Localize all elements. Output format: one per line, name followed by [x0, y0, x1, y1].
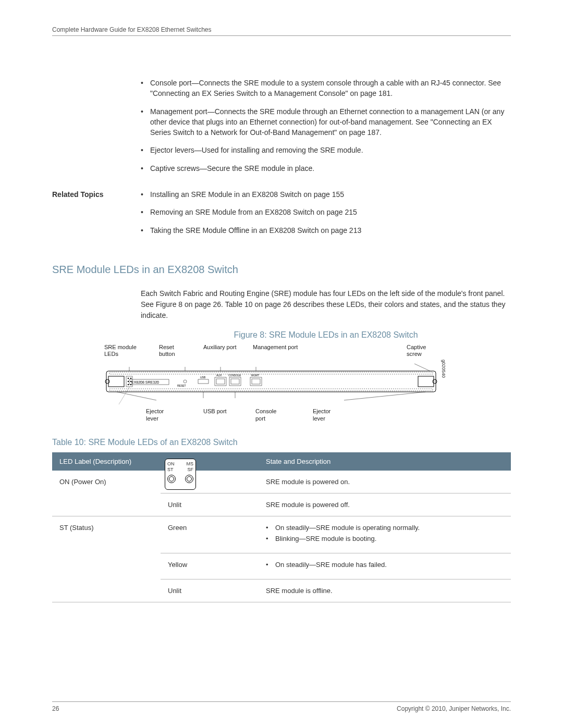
label-mgmt-port: Management port: [253, 344, 300, 357]
intro-bullet-list: Console port—Connects the SRE module to …: [141, 78, 511, 174]
reset-tiny: RESET: [177, 384, 186, 387]
label-ejector-lever-right: Ejector lever: [313, 408, 344, 422]
label-sre-leds: SRE module LEDs: [104, 344, 146, 357]
running-header: Complete Hardware Guide for EX8208 Ether…: [52, 26, 511, 36]
related-topic-item: Installing an SRE Module in an EX8208 Sw…: [141, 189, 361, 200]
svg-point-13: [128, 384, 129, 385]
state-list-item: On steadily—SRE module is operating norm…: [266, 524, 504, 532]
module-model-label: EX8208 SRE320: [131, 380, 159, 384]
related-topics-label: Related Topics: [52, 189, 141, 199]
label-aux-port: Auxiliary port: [203, 344, 240, 357]
th-state: State and Description: [259, 452, 511, 471]
intro-bullet: Console port—Connects the SRE module to …: [141, 78, 511, 99]
figure-caption: Figure 8: SRE Module LEDs in an EX8208 S…: [141, 330, 511, 340]
led-state-cell: On steadily—SRE module has failed.: [259, 553, 511, 579]
led-state-cell: SRE module is powered off.: [259, 493, 511, 516]
document-page: Complete Hardware Guide for EX8208 Ether…: [0, 0, 563, 728]
led-color-cell: Green: [161, 516, 259, 553]
label-ejector-lever-left: Ejector lever: [146, 408, 177, 422]
copyright-text: Copyright © 2010, Juniper Networks, Inc.: [397, 705, 511, 712]
label-captive-screw: Captive screw: [407, 344, 438, 357]
state-list-item: Blinking—SRE module is booting.: [266, 535, 504, 542]
intro-block: Console port—Connects the SRE module to …: [141, 78, 511, 174]
figure-diagram: SRE module LEDs Reset button Auxiliary p…: [104, 344, 438, 422]
svg-rect-22: [250, 377, 262, 386]
svg-line-15: [119, 387, 129, 404]
led-label-cell: ON (Power On): [52, 471, 161, 516]
svg-line-29: [117, 392, 156, 400]
related-topic-item: Taking the SRE Module Offline in an EX82…: [141, 225, 361, 236]
svg-point-16: [183, 380, 187, 383]
sre-module-illustration: EX8208 SRE320 RESET USB AUX CONSOLE M: [104, 359, 438, 405]
svg-rect-2: [109, 389, 433, 391]
table-row: ST (Status) Green On steadily—SRE module…: [52, 516, 511, 553]
svg-point-12: [130, 381, 131, 382]
svg-point-5: [105, 379, 109, 384]
section-paragraph: Each Switch Fabric and Routing Engine (S…: [141, 288, 511, 321]
intro-bullet: Captive screws—Secure the SRE module in …: [141, 163, 511, 174]
aux-tiny: AUX: [216, 374, 222, 377]
svg-point-6: [433, 379, 437, 384]
led-label-cell: ST (Status): [52, 516, 161, 602]
section-body: Each Switch Fabric and Routing Engine (S…: [141, 288, 511, 340]
mgmt-tiny: MGMT: [251, 374, 259, 377]
svg-point-14: [130, 384, 131, 385]
label-reset-button: Reset button: [159, 344, 190, 357]
led-callout-detail: ONMS STSF: [165, 459, 196, 490]
led-circle-icon: [167, 475, 176, 483]
intro-bullet: Management port—Connects the SRE module …: [141, 106, 511, 138]
led-color-cell: Yellow: [161, 553, 259, 579]
figure-gcode: g020540: [441, 360, 446, 378]
svg-rect-18: [215, 377, 226, 386]
svg-line-32: [344, 392, 425, 400]
console-tiny: CONSOLE: [228, 374, 241, 377]
svg-rect-4: [418, 376, 434, 387]
led-circle-icon: [185, 475, 193, 483]
led-state-cell: SRE module is powered on.: [259, 471, 511, 493]
svg-rect-19: [216, 379, 225, 384]
svg-line-28: [414, 364, 430, 371]
svg-point-9: [128, 378, 129, 379]
th-label: LED Label (Description): [52, 452, 161, 471]
usb-tiny: USB: [200, 376, 206, 379]
svg-rect-17: [198, 379, 209, 384]
svg-point-10: [130, 378, 131, 379]
table-header-row: LED Label (Description) Color State and …: [52, 452, 511, 471]
related-topics-list: Installing an SRE Module in an EX8208 Sw…: [141, 189, 361, 243]
led-state-cell: SRE module is offline.: [259, 579, 511, 602]
page-footer: 26 Copyright © 2010, Juniper Networks, I…: [52, 701, 511, 712]
page-number: 26: [52, 705, 59, 712]
svg-rect-21: [231, 379, 239, 384]
figure-top-labels: SRE module LEDs Reset button Auxiliary p…: [104, 344, 438, 357]
led-color-cell: Unlit: [161, 493, 259, 516]
table-row: ON (Power On) Green SRE module is powere…: [52, 471, 511, 493]
svg-rect-3: [108, 376, 124, 387]
figure-bottom-labels: Ejector lever USB port Console port Ejec…: [104, 408, 438, 422]
svg-rect-20: [229, 377, 241, 386]
related-topics-row: Related Topics Installing an SRE Module …: [52, 189, 511, 243]
svg-rect-1: [109, 372, 433, 374]
section-heading: SRE Module LEDs in an EX8208 Switch: [52, 264, 511, 276]
svg-point-11: [128, 381, 129, 382]
svg-rect-23: [252, 379, 260, 384]
label-usb-port: USB port: [203, 408, 229, 422]
state-list-item: On steadily—SRE module has failed.: [266, 561, 504, 569]
table-caption: Table 10: SRE Module LEDs of an EX8208 S…: [52, 438, 511, 447]
label-console-port: Console port: [255, 408, 287, 422]
intro-bullet: Ejector levers—Used for installing and r…: [141, 145, 511, 155]
led-state-cell: On steadily—SRE module is operating norm…: [259, 516, 511, 553]
related-topic-item: Removing an SRE Module from an EX8208 Sw…: [141, 207, 361, 217]
led-table: LED Label (Description) Color State and …: [52, 452, 511, 602]
led-color-cell: Unlit: [161, 579, 259, 602]
